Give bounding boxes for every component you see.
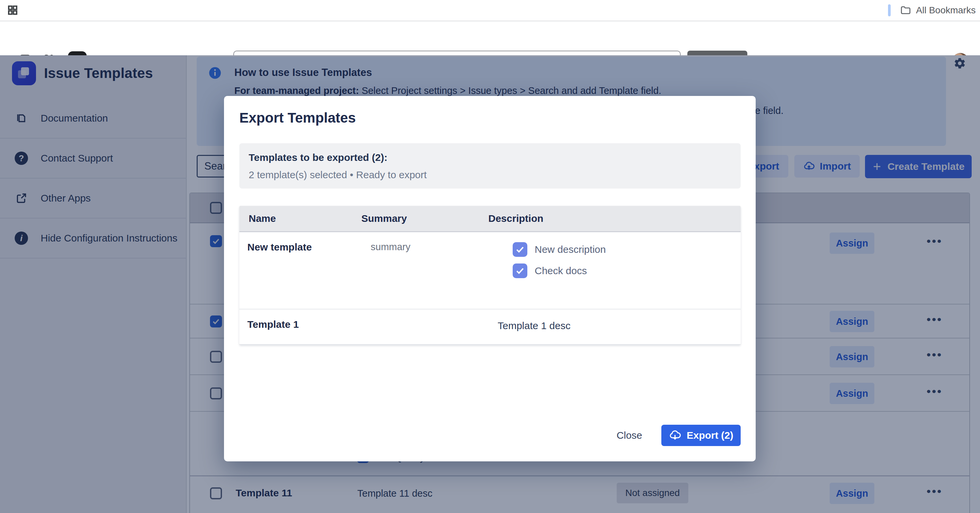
export-row-template-1: Template 1 Template 1 desc	[239, 310, 741, 345]
all-bookmarks-label: All Bookmarks	[916, 5, 976, 16]
assign-button[interactable]: Assign	[830, 383, 874, 404]
screen: All Bookmarks Jira	[0, 0, 980, 513]
cell-description: Template 1 desc	[498, 320, 570, 332]
modal-title: Export Templates	[239, 110, 356, 126]
browser-grid-icon[interactable]	[7, 5, 19, 17]
export-table: Name Summary Description New template su…	[239, 206, 741, 345]
sidebar-item-label: Contact Support	[41, 152, 113, 164]
column-header-description: Description	[488, 213, 543, 224]
info-icon: i	[15, 232, 28, 245]
checked-checkbox[interactable]	[513, 242, 527, 257]
folder-icon	[900, 5, 912, 16]
column-header-summary: Summary	[361, 213, 488, 224]
browser-bar: All Bookmarks	[0, 0, 980, 21]
import-templates-button[interactable]: Import	[794, 155, 860, 178]
create-template-label: Create Template	[887, 161, 964, 172]
cloud-upload-icon	[803, 160, 815, 172]
row-menu-button[interactable]: •••	[927, 313, 943, 326]
assign-button[interactable]: Assign	[830, 346, 874, 367]
export-confirm-button[interactable]: Export (2)	[661, 425, 741, 446]
bookmark-divider	[888, 4, 891, 16]
checkbox-label: New description	[535, 244, 606, 255]
checked-checkbox[interactable]	[513, 264, 527, 278]
cell-name: Template 1	[247, 319, 299, 330]
summary-subtitle: 2 template(s) selected • Ready to export	[249, 169, 741, 181]
sidebar-item-label: Other Apps	[41, 192, 91, 204]
app-header: Issue Templates	[12, 61, 153, 85]
cloud-download-icon	[669, 429, 681, 442]
row-menu-button[interactable]: •••	[927, 348, 943, 361]
row-menu-button[interactable]: •••	[927, 385, 943, 398]
assign-button[interactable]: Assign	[830, 483, 874, 504]
row-checkbox-checked[interactable]	[210, 316, 222, 327]
assign-button[interactable]: Assign	[830, 311, 874, 332]
export-row-new-template: New template summary New description Che…	[239, 232, 741, 310]
question-icon: ?	[15, 152, 28, 165]
row-checkbox[interactable]	[210, 351, 222, 363]
column-header-name: Name	[239, 213, 361, 224]
checkbox-label: Check docs	[535, 265, 587, 276]
export-templates-modal: Export Templates Templates to be exporte…	[224, 96, 756, 461]
app-title: Issue Templates	[44, 65, 153, 81]
description-option: New description	[513, 242, 606, 257]
banner-info-icon	[208, 66, 222, 80]
plus-icon	[872, 162, 882, 172]
template-description: Template 11 desc	[357, 488, 432, 499]
assign-button[interactable]: Assign	[830, 232, 874, 254]
sidebar: Issue Templates Documentation ? Contact …	[0, 55, 187, 513]
banner-lead: For team-managed project:	[234, 85, 359, 96]
sidebar-item-hide-configuration[interactable]: i Hide Configuration Instructions	[0, 219, 187, 259]
status-badge: Not assigned	[617, 483, 688, 503]
create-template-button[interactable]: Create Template	[865, 155, 972, 178]
sidebar-item-other-apps[interactable]: Other Apps	[0, 179, 187, 219]
row-checkbox-checked[interactable]	[210, 235, 222, 247]
documentation-icon	[15, 111, 28, 125]
import-label: Import	[820, 160, 851, 172]
template-name: Template 11	[235, 488, 292, 499]
description-option: Check docs	[513, 264, 587, 278]
top-navbar: Jira Create	[0, 21, 980, 56]
export-summary-box: Templates to be exported (2): 2 template…	[239, 143, 741, 189]
export-confirm-label: Export (2)	[687, 430, 733, 441]
sidebar-item-contact-support[interactable]: ? Contact Support	[0, 138, 187, 179]
banner-instruction-fragment: e field.	[755, 105, 783, 116]
cell-name: New template	[247, 241, 312, 253]
select-all-checkbox[interactable]	[210, 202, 222, 214]
cell-summary: summary	[371, 241, 410, 253]
sidebar-item-label: Documentation	[41, 113, 108, 124]
close-button[interactable]: Close	[609, 425, 649, 446]
page-settings-gear-icon[interactable]	[952, 56, 967, 71]
sidebar-item-label: Hide Configuration Instructions	[41, 232, 177, 244]
all-bookmarks-button[interactable]: All Bookmarks	[900, 5, 976, 16]
row-menu-button[interactable]: •••	[927, 485, 943, 498]
row-checkbox[interactable]	[210, 388, 222, 399]
sidebar-item-documentation[interactable]: Documentation	[0, 98, 187, 138]
summary-title: Templates to be exported (2):	[249, 152, 741, 163]
external-link-icon	[15, 192, 28, 205]
row-menu-button[interactable]: •••	[927, 235, 943, 248]
export-table-header: Name Summary Description	[239, 206, 741, 232]
banner-instruction: For team-managed project: Select Project…	[234, 85, 661, 96]
issue-templates-app-icon	[12, 61, 36, 85]
table-row-template-11: Template 11 Template 11 desc Not assigne…	[190, 477, 969, 513]
banner-title: How to use Issue Templates	[234, 67, 372, 79]
row-checkbox[interactable]	[210, 488, 222, 499]
